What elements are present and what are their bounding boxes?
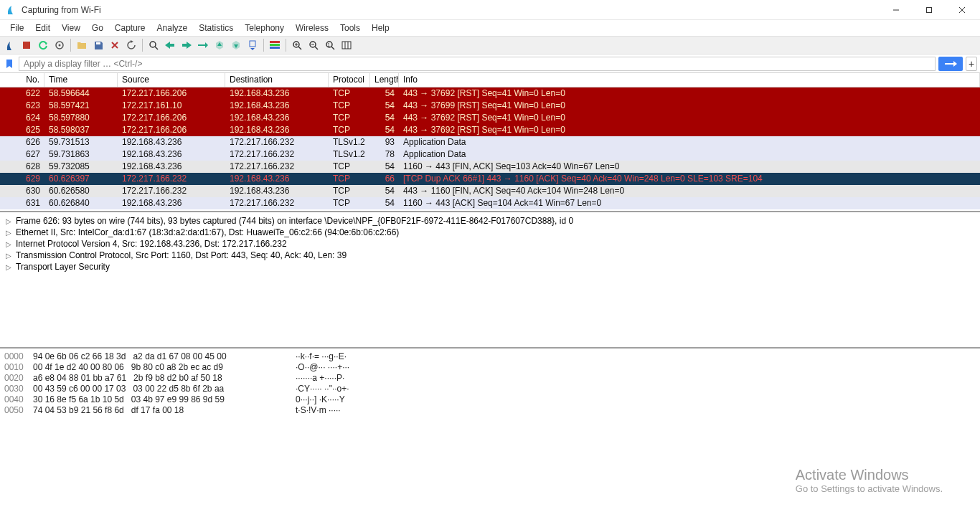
add-filter-button[interactable]: + bbox=[966, 57, 977, 71]
col-time[interactable]: Time bbox=[44, 73, 118, 87]
save-file-icon[interactable] bbox=[91, 38, 105, 52]
cell-time: 59.732085 bbox=[44, 161, 118, 173]
stop-capture-icon[interactable] bbox=[19, 38, 34, 52]
go-last-icon[interactable] bbox=[229, 38, 243, 52]
cell-protocol: TCP bbox=[329, 112, 370, 124]
hex-line[interactable]: 005074 04 53 b9 21 56 f8 6d df 17 fa 00 … bbox=[1, 405, 979, 416]
packet-row[interactable]: 62458.597880172.217.166.206192.168.43.23… bbox=[0, 112, 980, 124]
menu-edit[interactable]: Edit bbox=[29, 22, 56, 34]
hex-ascii: t·S·!V·m ····· bbox=[296, 405, 341, 416]
go-back-icon[interactable] bbox=[163, 38, 177, 52]
expand-icon[interactable]: ▷ bbox=[4, 240, 13, 248]
menu-file[interactable]: File bbox=[4, 22, 29, 34]
menu-capture[interactable]: Capture bbox=[109, 22, 151, 34]
packet-row[interactable]: 62558.598037172.217.166.206192.168.43.23… bbox=[0, 124, 980, 136]
detail-text: Internet Protocol Version 4, Src: 192.16… bbox=[16, 239, 287, 249]
hex-bytes: 00 43 59 c6 00 00 17 03 03 00 22 d5 8b 6… bbox=[33, 384, 296, 394]
expand-icon[interactable]: ▷ bbox=[4, 263, 13, 271]
detail-tree-item[interactable]: ▷Transport Layer Security bbox=[1, 261, 979, 273]
hex-bytes: 00 4f 1e d2 40 00 80 06 9b 80 c0 a8 2b e… bbox=[33, 362, 296, 373]
toolbar-separator bbox=[142, 39, 143, 52]
open-file-icon[interactable] bbox=[75, 38, 89, 52]
expand-icon[interactable]: ▷ bbox=[4, 217, 13, 225]
hex-line[interactable]: 0020a6 e8 04 88 01 bb a7 61 2b f9 b8 d2 … bbox=[1, 373, 979, 384]
packet-row[interactable]: 62659.731513192.168.43.236172.217.166.23… bbox=[0, 136, 980, 148]
menu-analyze[interactable]: Analyze bbox=[151, 22, 194, 34]
colorize-icon[interactable] bbox=[268, 38, 282, 52]
menu-wireless[interactable]: Wireless bbox=[290, 22, 334, 34]
auto-scroll-icon[interactable] bbox=[245, 38, 260, 52]
packet-row[interactable]: 62859.732085192.168.43.236172.217.166.23… bbox=[0, 161, 980, 173]
expand-icon[interactable]: ▷ bbox=[4, 252, 13, 260]
zoom-out-icon[interactable] bbox=[306, 38, 321, 52]
packet-row[interactable]: 62358.597421172.217.161.10192.168.43.236… bbox=[0, 100, 980, 112]
col-source[interactable]: Source bbox=[118, 73, 225, 87]
packet-row[interactable]: 63160.626840192.168.43.236172.217.166.23… bbox=[0, 197, 980, 209]
cell-length: 54 bbox=[370, 197, 399, 209]
display-filter-input[interactable] bbox=[19, 57, 936, 71]
packet-row[interactable]: 63060.626580172.217.166.232192.168.43.23… bbox=[0, 185, 980, 197]
hex-bytes: a6 e8 04 88 01 bb a7 61 2b f9 b8 d2 b0 a… bbox=[33, 373, 296, 384]
detail-text: Transport Layer Security bbox=[16, 262, 110, 272]
col-destination[interactable]: Destination bbox=[225, 73, 329, 87]
bookmark-icon[interactable] bbox=[3, 57, 16, 70]
resize-columns-icon[interactable] bbox=[339, 38, 354, 52]
menu-go[interactable]: Go bbox=[86, 22, 109, 34]
col-protocol[interactable]: Protocol bbox=[329, 73, 370, 87]
cell-info: 443 → 37699 [RST] Seq=41 Win=0 Len=0 bbox=[399, 100, 980, 112]
detail-tree-item[interactable]: ▷Internet Protocol Version 4, Src: 192.1… bbox=[1, 238, 979, 250]
cell-time: 58.596644 bbox=[44, 87, 118, 100]
svg-point-10 bbox=[150, 42, 156, 47]
packet-row[interactable]: 63260.627657172.217.166.232192.168.43.23… bbox=[0, 209, 980, 211]
cell-length: 93 bbox=[370, 136, 399, 148]
hex-line[interactable]: 000094 0e 6b 06 c2 66 18 3d a2 da d1 67 … bbox=[1, 351, 979, 362]
cell-no: 628 bbox=[0, 161, 44, 173]
packet-details-pane[interactable]: ▷Frame 626: 93 bytes on wire (744 bits),… bbox=[0, 212, 980, 349]
packet-row[interactable]: 62759.731863192.168.43.236172.217.166.23… bbox=[0, 148, 980, 161]
packet-bytes-pane[interactable]: 000094 0e 6b 06 c2 66 18 3d a2 da d1 67 … bbox=[0, 349, 980, 419]
close-button[interactable] bbox=[946, 0, 979, 20]
cell-info: 1160 → 443 [FIN, ACK] Seq=103 Ack=40 Win… bbox=[399, 161, 980, 173]
reload-icon[interactable] bbox=[124, 38, 138, 52]
detail-tree-item[interactable]: ▷Frame 626: 93 bytes on wire (744 bits),… bbox=[1, 215, 979, 227]
restart-capture-icon[interactable] bbox=[36, 38, 50, 52]
menu-help[interactable]: Help bbox=[366, 22, 395, 34]
toolbar-separator bbox=[70, 39, 71, 52]
hex-line[interactable]: 003000 43 59 c6 00 00 17 03 03 00 22 d5 … bbox=[1, 384, 979, 394]
svg-rect-26 bbox=[342, 42, 351, 49]
col-no[interactable]: No. bbox=[0, 73, 44, 87]
apply-filter-button[interactable] bbox=[938, 57, 963, 71]
menu-tools[interactable]: Tools bbox=[334, 22, 366, 34]
col-info[interactable]: Info bbox=[399, 73, 980, 87]
zoom-reset-icon[interactable]: 1 bbox=[323, 38, 337, 52]
cell-protocol: TCP bbox=[329, 87, 370, 100]
cell-protocol: TCP bbox=[329, 185, 370, 197]
hex-offset: 0020 bbox=[1, 373, 33, 384]
col-length[interactable]: Length bbox=[370, 73, 399, 87]
detail-tree-item[interactable]: ▷Ethernet II, Src: IntelCor_da:d1:67 (18… bbox=[1, 227, 979, 238]
packet-row[interactable]: 62258.596644172.217.166.206192.168.43.23… bbox=[0, 87, 980, 100]
go-first-icon[interactable] bbox=[212, 38, 227, 52]
go-to-packet-icon[interactable] bbox=[196, 38, 210, 52]
hex-line[interactable]: 001000 4f 1e d2 40 00 80 06 9b 80 c0 a8 … bbox=[1, 362, 979, 373]
cell-info: 443 → 37692 [RST] Seq=41 Win=0 Len=0 bbox=[399, 112, 980, 124]
detail-tree-item[interactable]: ▷Transmission Control Protocol, Src Port… bbox=[1, 250, 979, 261]
find-packet-icon[interactable] bbox=[146, 38, 161, 52]
menu-statistics[interactable]: Statistics bbox=[193, 22, 239, 34]
expand-icon[interactable]: ▷ bbox=[4, 229, 13, 237]
close-file-icon[interactable] bbox=[108, 38, 122, 52]
packet-list-pane[interactable]: No. Time Source Destination Protocol Len… bbox=[0, 73, 980, 212]
maximize-button[interactable] bbox=[913, 0, 946, 20]
start-capture-icon[interactable] bbox=[3, 38, 17, 52]
capture-options-icon[interactable] bbox=[52, 38, 67, 52]
go-forward-icon[interactable] bbox=[179, 38, 194, 52]
svg-rect-14 bbox=[270, 44, 280, 46]
packet-row[interactable]: 62960.626397172.217.166.232192.168.43.23… bbox=[0, 173, 980, 185]
menu-telephony[interactable]: Telephony bbox=[239, 22, 290, 34]
zoom-in-icon[interactable] bbox=[290, 38, 304, 52]
cell-time: 60.626840 bbox=[44, 197, 118, 209]
svg-rect-1 bbox=[927, 7, 932, 12]
menu-view[interactable]: View bbox=[56, 22, 86, 34]
hex-line[interactable]: 004030 16 8e f5 6a 1b 10 5d 03 4b 97 e9 … bbox=[1, 394, 979, 405]
minimize-button[interactable] bbox=[880, 0, 913, 20]
